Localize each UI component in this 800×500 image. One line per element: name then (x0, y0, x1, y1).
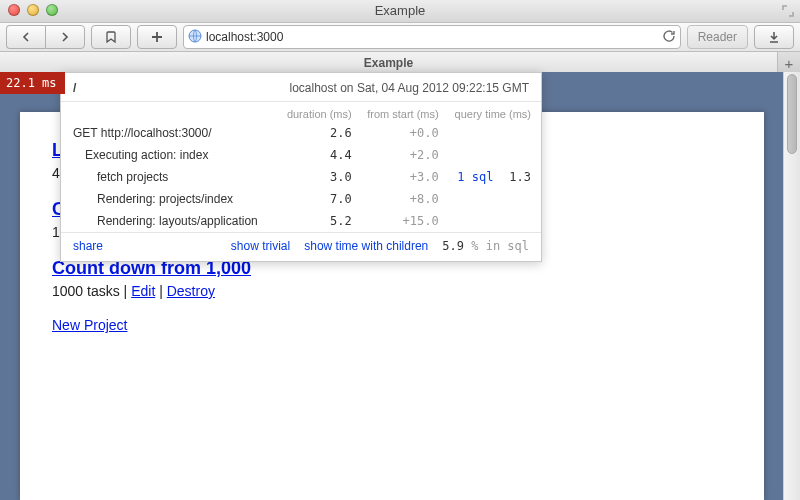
col-duration: duration (ms) (282, 102, 362, 122)
fullscreen-icon[interactable] (780, 3, 796, 19)
show-trivial-link[interactable]: show trivial (231, 239, 290, 253)
back-button[interactable] (6, 25, 45, 49)
profiler-row: fetch projects 3.0 +3.0 1 sql 1.3 (61, 166, 541, 188)
url-text: localhost:3000 (206, 30, 658, 44)
share-link[interactable]: share (73, 239, 103, 253)
col-from-start: from start (ms) (362, 102, 449, 122)
address-bar[interactable]: localhost:3000 (183, 25, 681, 49)
profiler-row: Executing action: index 4.4 +2.0 (61, 144, 541, 166)
reader-button[interactable]: Reader (687, 25, 748, 49)
project-row: 1000 tasks | Edit | Destroy (52, 283, 732, 299)
globe-icon (188, 29, 202, 46)
profiler-row: Rendering: projects/index 7.0 +8.0 (61, 188, 541, 210)
profiler-row: GET http://localhost:3000/ 2.6 +0.0 (61, 122, 541, 144)
scrollbar[interactable] (783, 72, 800, 500)
titlebar: Example (0, 0, 800, 23)
zoom-window-button[interactable] (46, 4, 58, 16)
minimize-window-button[interactable] (27, 4, 39, 16)
col-query-time: query time (ms) (449, 102, 541, 122)
sql-percent: 5.9 % in sql (442, 239, 529, 253)
new-tab-button[interactable]: + (778, 52, 800, 74)
profiler-badge[interactable]: 22.1 ms (0, 72, 65, 94)
downloads-button[interactable] (754, 25, 794, 49)
bookmarks-button[interactable] (91, 25, 131, 49)
edit-link[interactable]: Edit (131, 283, 155, 299)
tab-example[interactable]: Example (0, 52, 778, 74)
window-title: Example (0, 0, 800, 22)
sql-link[interactable]: 1 sql (457, 170, 493, 184)
forward-button[interactable] (45, 25, 85, 49)
new-project-link[interactable]: New Project (52, 317, 127, 333)
close-window-button[interactable] (8, 4, 20, 16)
add-bookmark-button[interactable] (137, 25, 177, 49)
toolbar: localhost:3000 Reader (0, 23, 800, 52)
reload-icon[interactable] (662, 29, 676, 46)
tasks-count: 1000 tasks (52, 283, 120, 299)
profiler-table: duration (ms) from start (ms) query time… (61, 102, 541, 232)
profiler-row: Rendering: layouts/application 5.2 +15.0 (61, 210, 541, 232)
profiler-popup: / localhost on Sat, 04 Aug 2012 09:22:15… (60, 72, 542, 262)
profiler-path: / (73, 81, 76, 95)
destroy-link[interactable]: Destroy (167, 283, 215, 299)
scrollbar-thumb[interactable] (787, 74, 797, 154)
col-name (61, 102, 282, 122)
profiler-server-info: localhost on Sat, 04 Aug 2012 09:22:15 G… (290, 81, 530, 95)
traffic-lights (8, 4, 58, 16)
browser-window: Example localhost:3000 (0, 0, 800, 500)
show-children-link[interactable]: show time with children (304, 239, 428, 253)
